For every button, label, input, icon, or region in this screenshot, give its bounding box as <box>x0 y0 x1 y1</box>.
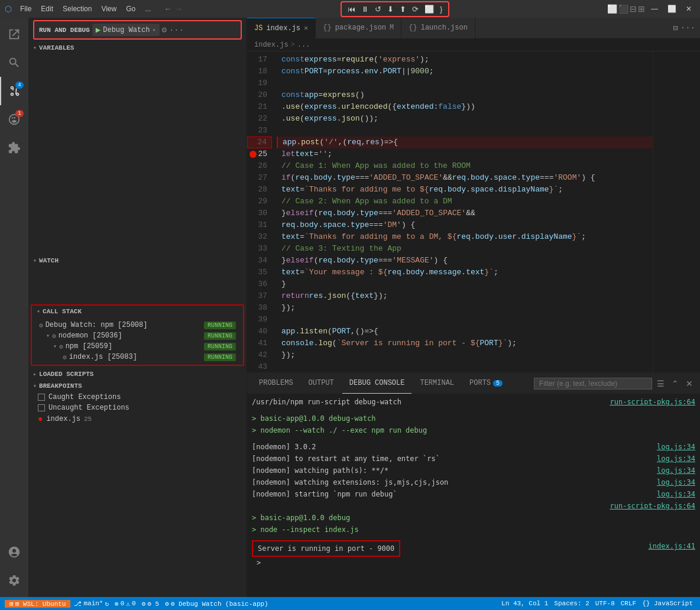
panel-filter: ☰ ⌃ ✕ <box>511 378 695 390</box>
breakpoint-uncaught: Uncaught Exceptions <box>28 403 247 413</box>
menu-selection[interactable]: Selection <box>59 5 95 13</box>
activity-run-debug[interactable]: 1 <box>0 105 28 134</box>
layout-button2[interactable]: ⬛ <box>618 4 628 14</box>
console-text-12: > node --inspect index.js <box>252 524 359 536</box>
callstack-item-1[interactable]: ▾ ⚙ nodemon [25036] RUNNING <box>32 330 243 341</box>
breakpoints-header[interactable]: BREAKPOINTS <box>28 380 247 392</box>
watch-header[interactable]: WATCH <box>28 255 247 267</box>
status-debug-count[interactable]: ⚙ ⚙ 5 <box>140 600 161 608</box>
callstack-header[interactable]: CALL STACK <box>32 306 243 317</box>
console-link-10[interactable]: run-script-pkg.js:64 <box>610 500 696 512</box>
more-actions-icon[interactable]: ··· <box>169 25 184 35</box>
step-over-button[interactable]: ⬇ <box>385 4 396 15</box>
menu-view[interactable]: View <box>98 5 120 13</box>
menu-edit[interactable]: Edit <box>37 5 57 13</box>
status-bar: ⊞ ⊞ WSL: Ubuntu ⎇ main* ↻ ⊗ 0 ⚠ 0 ⚙ ⚙ 5 … <box>0 597 700 610</box>
layout-button1[interactable]: ⬜ <box>607 4 617 14</box>
tab-launch-json[interactable]: {} launch.json <box>401 18 475 38</box>
tab-close-icon[interactable]: ✕ <box>304 24 308 33</box>
status-right: Ln 43, Col 1 Spaces: 2 UTF-8 CRLF {} Jav… <box>499 600 695 607</box>
status-line-ending[interactable]: CRLF <box>618 600 639 607</box>
restart-button[interactable]: ↺ <box>372 4 384 15</box>
activity-search[interactable] <box>0 48 28 77</box>
callstack-item-2[interactable]: ▾ ⚙ npm [25059] RUNNING <box>32 341 243 352</box>
activity-extensions[interactable] <box>0 134 28 162</box>
caught-exceptions-checkbox[interactable] <box>38 394 45 401</box>
code-content[interactable]: const express = require('express'); cons… <box>277 51 653 372</box>
step-into-button[interactable]: ⬆ <box>397 4 409 15</box>
code-line-40: app.listen(PORT, () => { <box>277 326 653 338</box>
status-errors[interactable]: ⊗ 0 ⚠ 0 <box>112 600 138 608</box>
code-line-25: let text = ''; <box>277 148 653 160</box>
console-link-6[interactable]: log.js:34 <box>657 453 695 465</box>
code-line-35: text = `Your message : ${req.body.messag… <box>277 267 653 278</box>
console-link-7[interactable]: log.js:34 <box>657 465 695 476</box>
debug-toolbar: ⏮ ⏸ ↺ ⬇ ⬆ ⟳ ⬜ } <box>187 1 602 17</box>
console-link-0[interactable]: run-script-pkg.js:64 <box>610 396 696 408</box>
split-editor-icon[interactable]: ⊟ <box>673 23 678 33</box>
console-filter-input[interactable] <box>534 378 652 390</box>
uncaught-exceptions-checkbox[interactable] <box>38 404 45 411</box>
debug-config-selector[interactable]: ▶ Debug Watch ▾ <box>92 24 160 36</box>
breakpoint-filename: index.js <box>46 415 80 423</box>
more-tabs-icon[interactable]: ··· <box>680 23 695 33</box>
panel-tab-output[interactable]: OUTPUT <box>302 373 341 394</box>
status-position[interactable]: Ln 43, Col 1 <box>499 600 550 607</box>
panel-tab-ports[interactable]: PORTS 5 <box>462 373 510 394</box>
back-button[interactable]: ← <box>164 4 172 14</box>
debug-more-button[interactable]: } <box>438 4 445 15</box>
breakpoints-section: BREAKPOINTS Caught Exceptions Uncaught E… <box>28 380 247 425</box>
loaded-scripts-header[interactable]: LOADED SCRIPTS <box>28 368 247 380</box>
menu-go[interactable]: Go <box>122 5 139 13</box>
stop-button[interactable]: ⬜ <box>422 4 436 15</box>
status-wsl[interactable]: ⊞ ⊞ WSL: Ubuntu <box>5 600 70 608</box>
code-editor[interactable]: 17 18 19 20 21 22 23 24 25 26 27 28 29 <box>247 51 700 372</box>
status-encoding[interactable]: UTF-8 <box>593 600 617 607</box>
console-link-8[interactable]: log.js:34 <box>657 476 695 488</box>
titlebar: ⬡ File Edit Selection View Go ... ← → ⏮ … <box>0 0 700 18</box>
debug-settings-icon[interactable]: ⚙ <box>162 25 167 35</box>
continue-button[interactable]: ⏮ <box>345 4 358 15</box>
panel-tab-problems[interactable]: PROBLEMS <box>252 373 300 394</box>
breadcrumb-symbol[interactable]: ... <box>297 41 310 49</box>
breadcrumb-file[interactable]: index.js <box>254 41 289 49</box>
console-collapse-icon[interactable]: ⌃ <box>669 378 681 390</box>
maximize-button[interactable]: ⬜ <box>664 4 680 14</box>
callstack-item-3[interactable]: ⚙ index.js [25083] RUNNING <box>32 352 243 362</box>
pause-button[interactable]: ⏸ <box>359 4 371 15</box>
console-caret-line: > <box>252 557 695 569</box>
wsl-icon: ⊞ <box>9 600 14 608</box>
console-link-5[interactable]: log.js:34 <box>657 441 695 453</box>
console-list-icon[interactable]: ☰ <box>654 378 667 390</box>
activity-explorer[interactable] <box>0 20 28 48</box>
layout-button3[interactable]: ⊟ <box>630 4 637 14</box>
breakpoints-chevron-icon <box>33 382 37 390</box>
close-button[interactable]: ✕ <box>682 4 695 14</box>
panel-tab-terminal[interactable]: TERMINAL <box>413 373 461 394</box>
console-link-9[interactable]: log.js:34 <box>657 488 695 500</box>
wsl-label: ⊞ WSL: Ubuntu <box>15 600 66 608</box>
menu-file[interactable]: File <box>17 5 35 13</box>
console-link-server[interactable]: index.js:41 <box>649 540 695 552</box>
status-git[interactable]: ⎇ main* ↻ <box>72 600 111 608</box>
forward-button[interactable]: → <box>174 4 183 14</box>
activity-source-control[interactable]: 4 <box>0 77 28 105</box>
tab-index-js[interactable]: JS index.js ✕ <box>247 18 316 38</box>
minimize-button[interactable]: — <box>647 4 662 14</box>
line-19: 19 <box>247 77 272 89</box>
menu-more[interactable]: ... <box>141 5 154 13</box>
layout-button4[interactable]: ⊞ <box>638 4 645 14</box>
activity-settings[interactable] <box>0 566 28 595</box>
code-line-28: text = `Thanks for adding me to ${req.bo… <box>277 184 653 196</box>
callstack-item-0[interactable]: ⚙ Debug Watch: npm [25008] RUNNING <box>32 320 243 330</box>
status-language[interactable]: {} JavaScript <box>640 600 695 607</box>
status-debug-session[interactable]: ⚙ ⚙ Debug Watch (basic-app) <box>163 600 271 608</box>
activity-accounts[interactable] <box>0 538 28 566</box>
step-back-button[interactable]: ⟳ <box>410 4 421 15</box>
watch-title: WATCH <box>39 257 59 264</box>
variables-header[interactable]: VARIABLES <box>28 42 247 54</box>
panel-close-icon[interactable]: ✕ <box>683 378 695 390</box>
tab-package-json[interactable]: {} package.json M <box>316 18 401 38</box>
panel-tab-debug-console[interactable]: DEBUG CONSOLE <box>342 373 412 394</box>
status-spaces[interactable]: Spaces: 2 <box>552 600 591 607</box>
